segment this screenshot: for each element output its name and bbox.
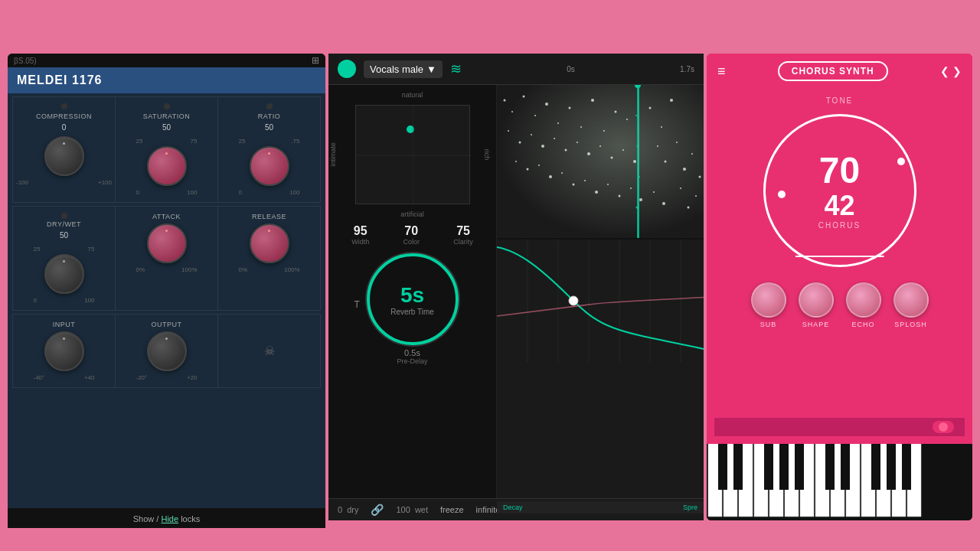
svg-point-55 xyxy=(635,115,637,116)
decay-area: Decay Spre xyxy=(497,240,704,498)
svg-point-15 xyxy=(626,119,628,120)
piano-keyboard[interactable] xyxy=(707,444,972,520)
tone-dot-right xyxy=(897,158,905,165)
svg-point-41 xyxy=(661,126,662,128)
splosh-control: SPLOSH xyxy=(893,282,929,328)
svg-point-9 xyxy=(557,122,559,124)
dw-max: 100 xyxy=(84,297,94,304)
width-label: Width xyxy=(351,238,369,246)
compression-control: COMPRESSION 0 -100 +100 xyxy=(13,97,115,202)
meldei-bottom-controls: DRY/WET 50 25 75 0 100 ATTACK xyxy=(12,206,321,311)
preset-label: Vocals male xyxy=(370,64,423,75)
waveform-icon: ≋ xyxy=(450,60,462,77)
svg-rect-88 xyxy=(795,444,804,490)
svg-point-10 xyxy=(569,107,571,109)
link-icon: 🔗 xyxy=(371,504,384,516)
hide-text[interactable]: Hide xyxy=(161,514,178,520)
reverb-grid[interactable] xyxy=(355,105,470,204)
tone-knob[interactable]: 70 42 CHORUS xyxy=(763,114,916,267)
waveform-area: // We'll use CSS for this xyxy=(497,85,704,238)
svg-rect-92 xyxy=(887,444,896,490)
input-knob[interactable] xyxy=(44,331,84,371)
echo-knob[interactable] xyxy=(846,282,881,318)
sub-knob[interactable] xyxy=(751,282,786,318)
show-text[interactable]: Show xyxy=(133,514,155,520)
svg-point-39 xyxy=(639,198,642,201)
svg-point-36 xyxy=(607,184,609,185)
scatter-svg xyxy=(497,85,704,238)
svg-point-43 xyxy=(657,145,658,147)
toggle-bar xyxy=(714,418,965,436)
svg-point-4 xyxy=(504,99,506,102)
echo-control: ECHO xyxy=(846,282,881,328)
clarity-label: Clarity xyxy=(453,238,473,246)
svg-point-21 xyxy=(565,149,567,152)
locks-text: locks xyxy=(181,514,200,520)
svg-point-60 xyxy=(635,85,641,88)
grid-top-label: natural xyxy=(402,91,423,99)
ratio-min: 0 xyxy=(239,189,242,196)
splosh-knob[interactable] xyxy=(893,282,929,318)
next-icon[interactable]: ❯ xyxy=(952,65,962,77)
ratio-sub-min: 25 xyxy=(239,138,246,145)
compression-min: -100 xyxy=(16,179,28,186)
shape-label: SHAPE xyxy=(802,321,830,328)
color-param: 70 Color xyxy=(403,224,420,246)
compression-knob[interactable] xyxy=(44,136,84,176)
ratio-label: RATIO xyxy=(258,112,280,120)
prev-icon[interactable]: ❮ xyxy=(940,65,949,77)
grid-right-label: rich xyxy=(483,149,491,161)
color-value: 70 xyxy=(404,224,418,238)
ratio-control: RATIO 50 25 .75 0 100 xyxy=(218,97,320,202)
compression-max: +100 xyxy=(98,179,112,186)
meldei-top-controls: COMPRESSION 0 -100 +100 SATURATION 50 25 xyxy=(12,96,321,203)
svg-point-6 xyxy=(523,96,525,98)
decay-svg xyxy=(497,240,704,498)
svg-point-27 xyxy=(633,160,636,163)
width-param: 95 Width xyxy=(351,224,369,246)
menu-icon[interactable]: ≡ xyxy=(717,64,726,80)
svg-point-37 xyxy=(619,195,621,197)
piano-svg xyxy=(707,444,972,520)
svg-point-53 xyxy=(695,195,697,197)
saturation-label: SATURATION xyxy=(143,112,191,120)
input-min: -40° xyxy=(34,374,45,381)
svg-point-33 xyxy=(573,184,575,186)
svg-point-44 xyxy=(665,161,667,163)
svg-point-8 xyxy=(545,103,548,106)
output-knob[interactable] xyxy=(147,331,187,371)
preset-selector[interactable]: Vocals male ▼ xyxy=(364,60,443,78)
svg-point-32 xyxy=(561,172,563,174)
toggle-pill[interactable] xyxy=(933,421,954,433)
output-max: +20 xyxy=(187,374,198,381)
input-max: +40 xyxy=(84,374,95,381)
wet-number: 100 xyxy=(396,505,410,514)
echo-label: ECHO xyxy=(851,321,874,328)
reverb-time-knob[interactable]: T 5s Reverb Time xyxy=(367,253,459,345)
grid-bottom-label: artificial xyxy=(400,210,424,218)
svg-point-47 xyxy=(691,153,693,155)
release-knob[interactable] xyxy=(250,223,289,263)
chorus-title: CHORUS SYNTH xyxy=(778,61,888,81)
drywet-knob[interactable] xyxy=(44,254,84,294)
attack-knob[interactable] xyxy=(147,223,187,263)
shape-knob[interactable] xyxy=(799,282,834,318)
svg-point-49 xyxy=(653,191,655,193)
splosh-label: SPLOSH xyxy=(894,321,927,328)
attack-control: ATTACK 0% 100% xyxy=(116,207,217,310)
sub-label: SUB xyxy=(760,321,777,328)
input-label: INPUT xyxy=(53,321,76,328)
svg-point-52 xyxy=(688,207,690,209)
toggle-dot xyxy=(939,422,948,432)
freeze-button[interactable]: freeze xyxy=(440,505,464,514)
attack-label: ATTACK xyxy=(152,213,181,220)
svg-rect-90 xyxy=(841,444,850,490)
dry-value: 0 dry xyxy=(338,505,358,514)
bottom-knobs-row: SUB SHAPE ECHO SPLOSH xyxy=(751,282,929,328)
attack-min: 0% xyxy=(136,266,145,273)
active-indicator[interactable] xyxy=(338,60,356,78)
ratio-knob[interactable] xyxy=(250,146,289,186)
saturation-knob[interactable] xyxy=(147,146,187,186)
svg-point-34 xyxy=(584,180,586,181)
svg-point-24 xyxy=(599,145,601,147)
